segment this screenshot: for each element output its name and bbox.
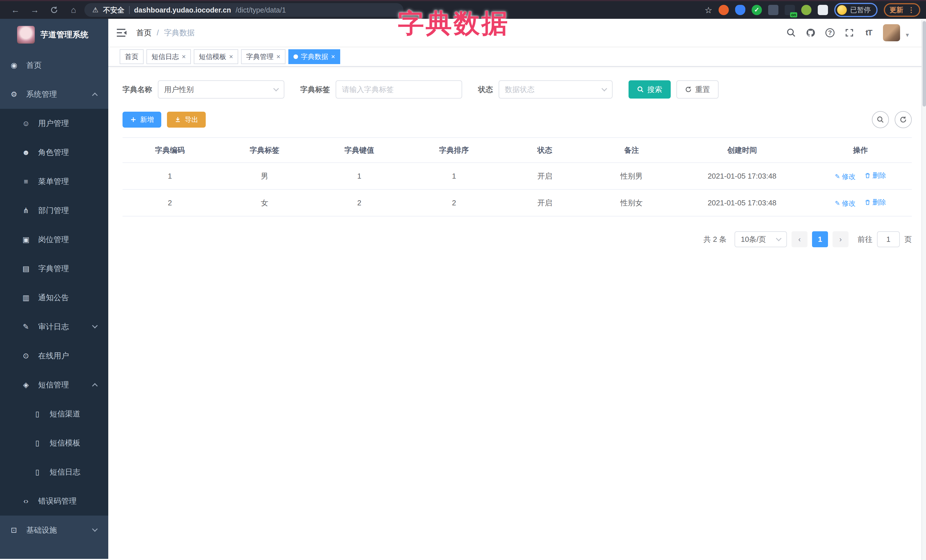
- page-size-select[interactable]: 10条/页: [735, 231, 787, 247]
- user-avatar[interactable]: [883, 24, 900, 41]
- sidebar-item-sms-template[interactable]: ▯ 短信模板: [0, 429, 108, 457]
- delete-link[interactable]: 删除: [864, 198, 886, 207]
- toggle-search-button[interactable]: [872, 111, 889, 128]
- col-dict-sort: 字典排序: [407, 137, 501, 163]
- delete-link[interactable]: 删除: [864, 171, 886, 180]
- dict-label-input[interactable]: [342, 85, 456, 94]
- cell-status: 开启: [501, 189, 589, 216]
- search-button[interactable]: 搜索: [628, 80, 671, 98]
- sidebar-item-label: 错误码管理: [38, 496, 77, 506]
- url-domain[interactable]: dashboard.yudao.iocoder.cn: [134, 6, 231, 14]
- check-glyph: ✓: [752, 5, 762, 15]
- status-select[interactable]: 数据状态: [499, 80, 613, 98]
- scrollbar-thumb[interactable]: [923, 21, 926, 107]
- security-label[interactable]: 不安全: [103, 5, 124, 15]
- breadcrumb-home[interactable]: 首页: [136, 28, 151, 38]
- extensions-puzzle-icon[interactable]: [818, 5, 828, 15]
- add-button[interactable]: 新增: [123, 112, 161, 128]
- dict-name-select[interactable]: 用户性别: [158, 80, 284, 98]
- trash-icon: [864, 199, 871, 205]
- avatar-caret-icon[interactable]: ▾: [906, 31, 909, 39]
- search-icon[interactable]: [786, 28, 796, 38]
- tab-home[interactable]: 首页: [120, 49, 144, 64]
- page-scrollbar[interactable]: [921, 20, 926, 560]
- cell-label: 女: [217, 189, 312, 216]
- close-icon[interactable]: ×: [182, 53, 186, 61]
- reset-button[interactable]: 重置: [676, 80, 719, 98]
- extension-icon-green-check[interactable]: ✓: [752, 5, 762, 15]
- browser-forward-icon[interactable]: →: [30, 5, 40, 15]
- close-icon[interactable]: ×: [276, 53, 280, 61]
- sidebar-collapse-icon[interactable]: [117, 28, 127, 37]
- tab-dict-management[interactable]: 字典管理 ×: [241, 49, 286, 64]
- tab-dict-data[interactable]: 字典数据 ×: [288, 49, 340, 64]
- sidebar-item-label: 通知公告: [38, 293, 69, 303]
- close-icon[interactable]: ×: [331, 53, 335, 61]
- close-icon[interactable]: ×: [229, 53, 233, 61]
- dict-data-table: 字典编码 字典标签 字典键值 字典排序 状态 备注 创建时间 操作 1: [123, 137, 912, 216]
- sidebar-item-post-management[interactable]: ▣ 岗位管理: [0, 225, 108, 254]
- dictionary-icon: ▤: [21, 264, 31, 273]
- sidebar-logo[interactable]: 芋道管理系统: [0, 19, 108, 51]
- sidebar-item-home[interactable]: ◉ 首页: [0, 51, 108, 80]
- sidebar-item-sms-channel[interactable]: ▯ 短信渠道: [0, 399, 108, 429]
- goto-page-field[interactable]: [877, 231, 900, 247]
- page-size-value: 10条/页: [741, 234, 766, 245]
- refresh-table-button[interactable]: [895, 111, 912, 128]
- sidebar-item-dict-management[interactable]: ▤ 字典管理: [0, 254, 108, 283]
- tab-sms-template[interactable]: 短信模板 ×: [194, 49, 238, 64]
- browser-back-icon[interactable]: ←: [10, 5, 21, 15]
- sidebar: 芋道管理系统 ◉ 首页 ⚙ 系统管理 ☺ 用户管理: [0, 19, 108, 559]
- browser-profile-chip[interactable]: 已暂停: [834, 3, 878, 17]
- sidebar-item-system-management[interactable]: ⚙ 系统管理: [0, 80, 108, 109]
- edit-link[interactable]: ✎修改: [835, 199, 855, 208]
- edit-square-icon: ✎: [21, 323, 31, 331]
- sidebar-item-user-management[interactable]: ☺ 用户管理: [0, 109, 108, 138]
- plus-icon: [130, 116, 137, 123]
- sidebar-item-sms-management[interactable]: ◈ 短信管理: [0, 370, 108, 399]
- sidebar-item-errorcode-management[interactable]: ‹› 错误码管理: [0, 486, 108, 516]
- fullscreen-icon[interactable]: [844, 28, 855, 38]
- table-header-row: 字典编码 字典标签 字典键值 字典排序 状态 备注 创建时间 操作: [123, 137, 912, 163]
- goto-page-input[interactable]: [883, 235, 894, 244]
- dict-name-value: 用户性别: [164, 85, 194, 95]
- sidebar-item-label: 岗位管理: [38, 234, 69, 245]
- help-icon[interactable]: ?: [825, 28, 835, 38]
- page-number-1[interactable]: 1: [812, 231, 828, 247]
- sidebar-item-online-users[interactable]: ⊙ 在线用户: [0, 341, 108, 370]
- export-button[interactable]: 导出: [167, 112, 206, 128]
- browser-menu-icon[interactable]: ⋮: [908, 6, 915, 14]
- browser-home-icon[interactable]: ⌂: [68, 5, 79, 15]
- github-icon[interactable]: [805, 28, 816, 38]
- prev-page-button[interactable]: ‹: [791, 231, 808, 247]
- extension-on-badge: on: [790, 12, 797, 17]
- shield-check-icon: ◈: [21, 380, 31, 389]
- sidebar-item-audit-log[interactable]: ✎ 审计日志: [0, 312, 108, 341]
- browser-update-button[interactable]: 更新 ⋮: [884, 3, 920, 17]
- address-bar[interactable]: ⚠ 不安全 dashboard.yudao.iocoder.cn/dict/ty…: [84, 3, 404, 17]
- sidebar-item-infrastructure[interactable]: ⊡ 基础设施: [0, 516, 108, 545]
- extension-icon-dark[interactable]: on: [785, 5, 795, 15]
- update-label: 更新: [890, 5, 903, 15]
- sidebar-item-dept-management[interactable]: ⋔ 部门管理: [0, 196, 108, 225]
- extension-icon-orange[interactable]: [719, 5, 729, 15]
- extension-icon-blue-drop[interactable]: [735, 5, 745, 15]
- extension-icon-gem[interactable]: [768, 5, 778, 15]
- cell-code: 1: [123, 163, 217, 189]
- col-remark: 备注: [588, 137, 675, 163]
- reset-button-label: 重置: [695, 85, 710, 95]
- edit-link[interactable]: ✎修改: [835, 172, 855, 181]
- font-size-icon[interactable]: tT: [864, 28, 874, 38]
- sidebar-item-sms-log[interactable]: ▯ 短信日志: [0, 457, 108, 486]
- sidebar-item-notice[interactable]: ▥ 通知公告: [0, 283, 108, 312]
- sidebar-item-menu-management[interactable]: ≡ 菜单管理: [0, 167, 108, 196]
- sidebar-item-role-management[interactable]: ☻ 角色管理: [0, 138, 108, 167]
- tab-sms-log[interactable]: 短信日志 ×: [147, 49, 191, 64]
- bookmark-star-icon[interactable]: ☆: [705, 5, 712, 15]
- page-unit-label: 页: [904, 234, 912, 245]
- dict-label-field[interactable]: [336, 80, 462, 98]
- browser-reload-icon[interactable]: [49, 6, 59, 14]
- chevron-up-icon: [92, 383, 98, 389]
- extension-icon-leaf[interactable]: [801, 5, 811, 15]
- next-page-button[interactable]: ›: [832, 231, 849, 247]
